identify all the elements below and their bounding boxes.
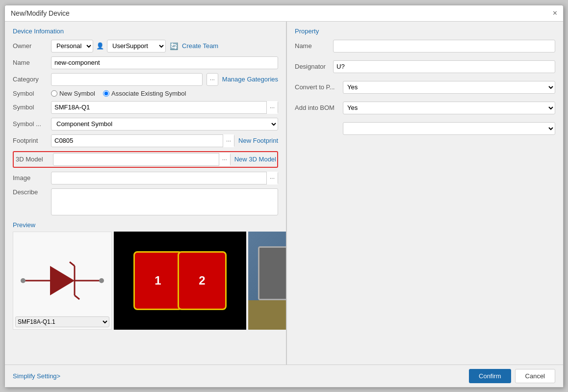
property-name-label: Name xyxy=(295,42,329,50)
cancel-button[interactable]: Cancel xyxy=(515,369,555,383)
svg-point-7 xyxy=(99,278,104,283)
symbol-value-row: Symbol ··· xyxy=(13,101,278,114)
svg-line-4 xyxy=(70,262,75,266)
svg-line-5 xyxy=(75,295,79,299)
device-info-title: Device Infomation xyxy=(13,27,278,35)
model3d-row: 3D Model ··· New 3D Model xyxy=(13,151,278,168)
convert-row: Convert to P... Yes xyxy=(295,81,555,94)
image-row: Image ··· xyxy=(13,172,278,184)
close-button[interactable]: × xyxy=(553,9,557,17)
model3d-input[interactable] xyxy=(53,154,219,164)
simplify-setting-button[interactable]: Simplify Setting> xyxy=(13,372,60,380)
footprint-preview: 1 2 xyxy=(114,232,246,330)
pad-1: 1 xyxy=(133,251,182,310)
symbol-input-wrap: ··· xyxy=(51,101,278,114)
model3d-input-wrap: ··· xyxy=(53,153,231,166)
refresh-button[interactable]: 🔄 xyxy=(169,41,179,51)
symbol-type-row: Symbol ... Component Symbol xyxy=(13,118,278,131)
owner-fields: Personal 👤 UserSupport 🔄 Create Team xyxy=(51,40,278,52)
left-panel: Device Infomation Owner Personal 👤 UserS… xyxy=(5,22,287,365)
symbol-radio-label: Symbol xyxy=(13,90,47,97)
dialog-title: New/Modify Device xyxy=(11,9,70,17)
describe-label: Describe xyxy=(13,188,47,196)
symbol-preview: SMF18A-Q1.1 xyxy=(13,232,112,330)
property-form: Name Designator Convert to P... Yes xyxy=(295,40,555,139)
associate-symbol-radio[interactable] xyxy=(103,90,109,97)
footprint-dots-button[interactable]: ··· xyxy=(223,134,234,147)
category-input[interactable] xyxy=(51,73,203,86)
property-name-input[interactable] xyxy=(333,40,555,52)
new-model3d-button[interactable]: New 3D Model xyxy=(234,156,276,163)
symbol-type-select[interactable]: Component Symbol xyxy=(51,118,278,131)
svg-marker-2 xyxy=(50,266,75,295)
dialog-body: Device Infomation Owner Personal 👤 UserS… xyxy=(5,22,563,365)
dialog-titlebar: New/Modify Device × xyxy=(5,5,563,22)
property-title: Property xyxy=(295,27,555,35)
name-input[interactable] xyxy=(51,56,278,69)
owner-row: Owner Personal 👤 UserSupport 🔄 Create Te… xyxy=(13,40,278,52)
describe-row: Describe xyxy=(13,188,278,215)
symbol-value-input[interactable] xyxy=(52,102,266,112)
model3d-dots-button[interactable]: ··· xyxy=(219,153,230,166)
symbol-dots-button[interactable]: ··· xyxy=(266,101,278,114)
image-input-wrap: ··· xyxy=(51,172,278,184)
extra-row xyxy=(295,122,555,135)
bom-label: Add into BOM xyxy=(295,104,339,111)
convert-select[interactable]: Yes xyxy=(343,81,555,94)
new-symbol-radio[interactable] xyxy=(51,90,57,97)
symbol-input-row: ··· xyxy=(51,101,278,114)
footprint-label: Footprint xyxy=(13,137,47,144)
owner-label: Owner xyxy=(13,42,47,50)
symbol-type-select-row: Component Symbol xyxy=(51,118,278,131)
footprint-input[interactable] xyxy=(52,135,223,146)
extra-select[interactable] xyxy=(343,122,555,135)
designator-input[interactable] xyxy=(333,60,555,73)
model-top xyxy=(258,246,287,300)
category-label: Category xyxy=(13,76,47,83)
footprint-row: Footprint ··· New Footprint xyxy=(13,134,278,147)
new-modify-device-dialog: New/Modify Device × Device Infomation Ow… xyxy=(4,5,564,388)
pad-2: 2 xyxy=(178,251,227,310)
user-select[interactable]: UserSupport xyxy=(107,40,166,52)
property-name-row: Name xyxy=(295,40,555,52)
new-footprint-button[interactable]: New Footprint xyxy=(238,137,278,144)
preview-section: Preview xyxy=(13,221,278,330)
manage-categories-button[interactable]: Manage Gategories xyxy=(222,76,278,83)
owner-select[interactable]: Personal xyxy=(51,40,93,52)
confirm-button[interactable]: Confirm xyxy=(469,369,511,383)
model3d-preview: ➜ Related 3D Model xyxy=(248,232,287,330)
model3d-label: 3D Model xyxy=(15,156,49,163)
footer-buttons: Confirm Cancel xyxy=(469,369,555,383)
image-label: Image xyxy=(13,174,47,182)
designator-label: Designator xyxy=(295,63,329,70)
preview-images: SMF18A-Q1.1 1 2 xyxy=(13,232,278,330)
category-dots-button[interactable]: ··· xyxy=(207,73,218,86)
symbol-radio-group: New Symbol Associate Existing Symbol xyxy=(51,90,278,97)
preview-title: Preview xyxy=(13,221,278,229)
create-team-button[interactable]: Create Team xyxy=(182,42,218,50)
model-body xyxy=(248,300,287,330)
bom-row: Add into BOM Yes xyxy=(295,102,555,114)
footprint-input-wrap: ··· xyxy=(51,134,234,147)
user-icon: 👤 xyxy=(96,42,104,50)
image-dots-button[interactable]: ··· xyxy=(266,172,278,184)
designator-row: Designator xyxy=(295,60,555,73)
bom-select[interactable]: Yes xyxy=(343,102,555,114)
new-symbol-text: New Symbol xyxy=(59,90,95,97)
describe-textarea[interactable] xyxy=(51,188,278,215)
symbol2-label: Symbol xyxy=(13,104,47,111)
image-input[interactable] xyxy=(52,173,266,183)
new-symbol-radio-label[interactable]: New Symbol xyxy=(51,90,95,97)
symbol-preview-select[interactable]: SMF18A-Q1.1 xyxy=(15,316,109,327)
svg-point-6 xyxy=(21,278,26,283)
dialog-footer: Simplify Setting> Confirm Cancel xyxy=(5,365,563,387)
symbol-radio-row: Symbol New Symbol Associate Existing Sym… xyxy=(13,90,278,97)
name-row: Name xyxy=(13,56,278,69)
associate-symbol-radio-label[interactable]: Associate Existing Symbol xyxy=(103,90,186,97)
name-label: Name xyxy=(13,59,47,66)
model-pad-left xyxy=(258,246,287,300)
symbol-svg xyxy=(13,244,111,317)
associate-symbol-text: Associate Existing Symbol xyxy=(111,90,186,97)
convert-label: Convert to P... xyxy=(295,83,339,91)
category-row: Category ··· Manage Gategories xyxy=(13,73,278,86)
